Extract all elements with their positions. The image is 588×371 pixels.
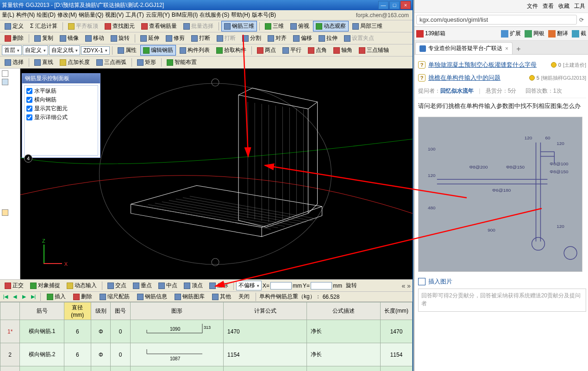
break-button[interactable]: 打断 [188, 33, 213, 44]
maximize-button[interactable]: □ [389, 1, 400, 9]
x-input[interactable] [270, 282, 292, 289]
rotate2-button[interactable]: 旋转 [343, 280, 360, 291]
question-item[interactable]: ? 挑檐在单构件输入中的问题 5[钢筋抽样GGJ2013] [418, 71, 586, 84]
menu-item[interactable]: 帮助(H) [231, 11, 250, 19]
ortho-button[interactable]: 正交 [2, 280, 26, 291]
rect-button[interactable]: 矩形 [134, 57, 159, 68]
left-tree[interactable] [0, 69, 20, 279]
reload-icon[interactable]: ⟳ [577, 17, 586, 23]
ext-139[interactable]: 139邮箱 [416, 30, 445, 38]
tab[interactable]: 专业造价问题答疑平台-广联达 × [415, 42, 513, 54]
insert-image-bar[interactable]: 插入图片 [418, 277, 586, 286]
bmenu[interactable]: 文件 [527, 2, 538, 10]
menu-item[interactable]: 修改(M) [57, 11, 77, 19]
nav-prev[interactable]: ◀ [11, 294, 19, 300]
property-button[interactable]: 属性 [115, 45, 139, 56]
smart-layout-button[interactable]: 智能布置 [164, 57, 200, 68]
answer-textarea[interactable]: 回答即可得2分贡献分，回答被采纳获得系统赠送20贡献分及提问者 [418, 289, 586, 312]
chk-vrebar[interactable]: 横向钢筋 [25, 95, 97, 104]
align-button[interactable]: 对齐 [265, 33, 289, 44]
scale-button[interactable]: 缩尺配筋 [97, 291, 132, 302]
table-row[interactable]: 2 横向钢筋.2 6 Φ 0 1087 1154 净长 1154 [0, 343, 413, 366]
question-item[interactable]: ? 单独做混凝土预制空心板灌缝套什么字母 0[土建造价] [418, 58, 586, 71]
col-len[interactable]: 长度(mm) [381, 302, 413, 320]
bmenu[interactable]: 查看 [543, 2, 554, 10]
col-idx[interactable] [0, 302, 20, 320]
menu-item[interactable]: 在线服务(S) [200, 11, 229, 19]
batch-select-button[interactable]: 批量选择 [181, 21, 216, 31]
col-code[interactable]: 图号 [111, 302, 130, 320]
delete-button[interactable]: 删除 [2, 33, 26, 44]
menu-item[interactable]: 绘图(D) [37, 11, 56, 19]
defline-dropdown[interactable]: 自定义 [23, 45, 48, 55]
copy-button[interactable]: 复制 [31, 33, 56, 44]
local-3d-button[interactable]: 局部三维 [350, 21, 385, 31]
sum-calc-button[interactable]: Σ 汇总计算 [27, 21, 60, 31]
tab-close[interactable]: × [505, 45, 508, 52]
col-calc[interactable]: 计算公式 [224, 302, 307, 320]
vert-button[interactable]: 垂点 [130, 280, 155, 291]
extend-button[interactable]: 延伸 [138, 33, 162, 44]
flat-board-button[interactable]: 平齐板顶 [65, 21, 101, 31]
3d-button[interactable]: 三维 [262, 21, 287, 31]
parallel-button[interactable]: 平行 [280, 45, 304, 56]
chk-formula[interactable]: 显示详细公式 [25, 113, 97, 122]
coord-button[interactable]: 坐标 [206, 280, 231, 291]
floor-dropdown[interactable]: 首层 [2, 45, 22, 55]
nav-next[interactable]: ▶ [20, 294, 28, 300]
mid-button[interactable]: 中点 [156, 280, 180, 291]
pick-comp-button[interactable]: 拾取构件 [213, 45, 249, 56]
view-rebar-button[interactable]: 查看钢筋量 [138, 21, 180, 31]
customline-dropdown[interactable]: 自定义线 [49, 45, 80, 55]
insert-row-button[interactable]: 插入 [44, 291, 69, 302]
chk-hrebar[interactable]: 水平纵筋 [25, 87, 97, 95]
comp-list-button[interactable]: 构件列表 [177, 45, 213, 56]
other-button[interactable]: 其他 [209, 291, 234, 302]
new-tab-button[interactable]: + [513, 44, 524, 54]
ext-bank[interactable]: 网银 [525, 30, 544, 38]
col-grade[interactable]: 级别 [91, 302, 110, 320]
twopt-button[interactable]: 两点 [254, 45, 279, 56]
question-link[interactable]: 单独做混凝土预制空心板灌缝套什么字母 [428, 61, 537, 69]
menu-item[interactable]: 版本号(B) [252, 11, 276, 19]
ext-screenshot[interactable]: 截 [572, 30, 586, 38]
edit-rebar-button[interactable]: 编辑钢筋 [140, 45, 176, 56]
three-aux-button[interactable]: 三点辅轴 [356, 45, 392, 56]
question-link[interactable]: 挑檐在单构件输入中的问题 [428, 74, 500, 82]
3d-viewport[interactable]: 钢筋显示控制面板 水平纵筋 横向钢筋 显示其它图元 显示详细公式 4 [20, 69, 413, 279]
mirror-button[interactable]: 镜像 [57, 33, 81, 44]
menu-item[interactable]: 视图(V) [105, 11, 124, 19]
dyn-input-button[interactable]: 动态输入 [64, 280, 100, 291]
dynamic-view-button[interactable]: 动态观察 [313, 21, 349, 31]
menu-item[interactable]: 钢筋量(Q) [79, 11, 103, 19]
find-element-button[interactable]: 查找图元 [102, 21, 138, 31]
chk-others[interactable]: 显示其它图元 [25, 104, 97, 113]
rotate-button[interactable]: 旋转 [108, 33, 132, 44]
rebar-3d-button[interactable]: 钢筋三维 [221, 21, 257, 31]
bmenu[interactable]: 收藏 [558, 2, 569, 10]
user-email[interactable]: forpk.chen@163.com [356, 12, 409, 19]
menu-item[interactable]: 构件(N) [16, 11, 35, 19]
intersect-button[interactable]: 交点 [105, 280, 129, 291]
end-button[interactable]: 顶点 [181, 280, 206, 291]
table-row[interactable]: 3 横向钢筋.3 6 Φ 0 818 净长 818 [0, 366, 413, 371]
delete-row-button[interactable]: 删除 [70, 291, 95, 302]
axis-angle-button[interactable]: 轴角 [331, 45, 355, 56]
url-input[interactable]: kgx.com/question/giml/list [416, 15, 577, 25]
break-at-button[interactable]: 打断 [214, 33, 238, 44]
add-length-button[interactable]: 点加长度 [57, 57, 93, 68]
overlook-button[interactable]: 俯视 [288, 21, 312, 31]
nav-first[interactable]: |◀ [2, 294, 9, 300]
define-button[interactable]: 定义 [2, 21, 26, 31]
y-input[interactable] [311, 282, 332, 289]
col-desc[interactable]: 公式描述 [307, 302, 381, 320]
menu-item[interactable]: BIM应用(I) [172, 11, 198, 19]
close-button[interactable]: × [400, 1, 411, 9]
col-dia[interactable]: 直径(mm) [64, 302, 91, 320]
rebar-info-button[interactable]: 钢筋信息 [134, 291, 170, 302]
nav-last[interactable]: ▶| [30, 294, 37, 300]
close-table-button[interactable]: 关闭 [236, 291, 252, 302]
rebar-table-wrap[interactable]: 筋号 直径(mm) 级别 图号 图形 计算公式 公式描述 长度(mm) 1* 横… [0, 302, 413, 371]
stretch-button[interactable]: 拉伸 [316, 33, 340, 44]
minimize-button[interactable]: — [378, 1, 388, 9]
